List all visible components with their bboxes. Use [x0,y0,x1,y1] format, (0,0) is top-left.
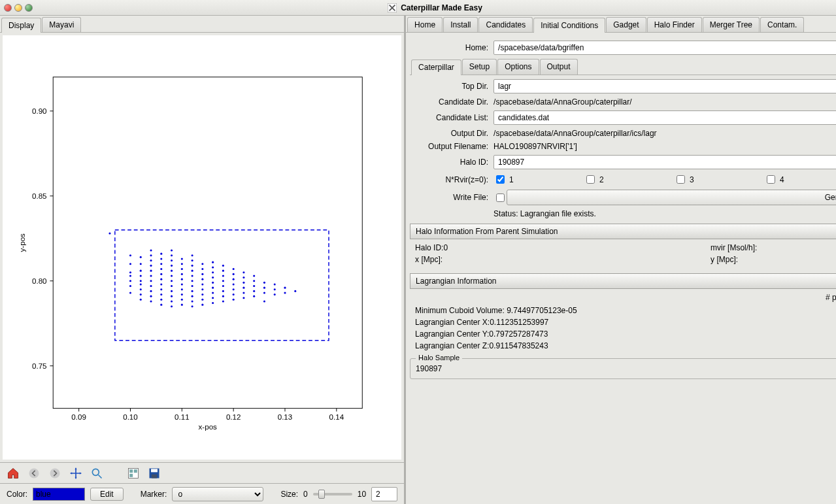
nrvir-label: N*Rvir(z=0): [410,175,488,184]
top-dir-input[interactable] [493,79,836,93]
output-dir-label: Output Dir. [410,129,488,138]
subtab-caterpillar[interactable]: Caterpillar [411,59,461,75]
svg-point-43 [150,295,152,297]
svg-point-105 [201,263,203,265]
svg-point-148 [284,292,286,294]
candidate-list-input[interactable] [493,110,836,125]
zoom-icon[interactable] [90,467,103,480]
svg-point-25 [109,232,110,234]
nrvir-check-2[interactable]: 2 [584,173,662,186]
svg-point-124 [233,294,235,295]
svg-point-133 [242,282,244,284]
save-icon[interactable] [148,467,161,480]
svg-point-80 [181,283,183,285]
halo-id-info: Halo ID:0 [415,243,703,252]
writefile-checkbox[interactable] [496,193,505,202]
x-info: x [Mpc]: [415,255,703,264]
svg-point-92 [192,275,193,277]
svg-point-56 [160,288,162,290]
svg-point-44 [150,290,152,292]
nrvir-check-1[interactable]: 1 [493,173,572,186]
svg-point-135 [242,271,244,273]
halo-info-header: Halo Information From Parent Simulation [410,224,836,239]
subtab-setup[interactable]: Setup [462,59,497,75]
subtab-options[interactable]: Options [497,59,539,75]
tab-candidates[interactable]: Candidates [478,17,533,32]
svg-point-118 [222,285,224,287]
svg-point-66 [171,295,173,297]
output-dir-value: /spacebase/data/AnnaGroup/caterpillar/ic… [493,129,836,138]
tab-gadget[interactable]: Gadget [606,17,646,32]
svg-point-79 [181,288,183,290]
svg-point-131 [242,292,244,294]
svg-point-81 [181,278,183,280]
color-swatch[interactable]: blue [33,488,85,501]
halo-sample-fieldset: Halo Sample 190897 208737 [410,358,836,379]
svg-point-106 [212,302,214,304]
marker-select[interactable]: o [172,487,263,501]
svg-point-142 [263,287,265,289]
halo-id-input[interactable] [493,155,836,169]
svg-text:0.85: 0.85 [32,192,47,200]
tab-home[interactable]: Home [407,17,443,32]
tab-contam-[interactable]: Contam. [760,17,804,32]
status-text: Status: Lagrangian file exists. [493,209,596,218]
svg-text:0.75: 0.75 [32,362,47,370]
tab-merger-tree[interactable]: Merger Tree [703,17,760,32]
svg-point-98 [201,299,203,301]
size-max-label: 10 [358,490,366,499]
size-slider[interactable] [313,493,352,496]
maximize-window-icon[interactable] [25,4,33,12]
tab-display[interactable]: Display [1,18,41,33]
svg-point-73 [171,260,173,261]
svg-point-67 [171,290,173,292]
svg-point-126 [233,283,235,285]
svg-point-109 [212,287,214,289]
nrvir-checkboxes: 123456789 [493,173,836,186]
svg-point-58 [160,278,162,280]
svg-text:0.10: 0.10 [123,413,138,421]
home-icon[interactable] [7,467,20,480]
svg-point-94 [192,265,193,267]
pan-icon[interactable] [69,467,82,480]
svg-point-54 [160,299,162,301]
close-window-icon[interactable] [4,4,12,12]
generate-button[interactable]: Generate/Plot Lagrangian Region(s) [507,190,836,205]
svg-point-48 [150,270,152,272]
svg-text:0.14: 0.14 [329,413,344,421]
svg-point-93 [192,270,193,272]
back-icon[interactable] [27,467,41,480]
output-filename-value: HALO190897NRVIR['1'] [493,142,836,151]
forward-icon[interactable] [48,467,61,480]
svg-point-138 [253,285,255,287]
subplots-icon[interactable] [127,467,140,480]
svg-point-119 [222,280,224,282]
plot-toolbar [0,462,404,483]
tab-install[interactable]: Install [443,17,478,32]
nrvir-check-3[interactable]: 3 [674,173,752,186]
edit-color-button[interactable]: Edit [90,488,124,501]
nrvir-check-4[interactable]: 4 [764,173,836,186]
minimize-window-icon[interactable] [14,4,22,12]
tab-halo-finder[interactable]: Halo Finder [647,17,702,32]
size-value-input[interactable] [371,487,397,501]
tab-initial-conditions[interactable]: Initial Conditions [533,18,605,33]
svg-point-127 [233,278,235,280]
svg-point-111 [212,277,214,278]
svg-point-46 [150,280,152,282]
x11-icon [388,3,397,12]
tab-mayavi[interactable]: Mayavi [42,17,81,32]
svg-point-50 [150,260,152,261]
svg-point-70 [171,275,173,277]
svg-point-102 [201,278,203,280]
svg-point-144 [263,300,265,302]
svg-point-53 [160,304,162,306]
svg-point-120 [222,275,224,277]
svg-point-85 [181,258,183,260]
home-input[interactable] [493,41,836,55]
color-label: Color: [7,490,27,499]
svg-point-39 [140,256,142,258]
lag-cy: Lagrangian Center Y:0.797257287473 [415,329,836,339]
svg-point-63 [160,253,162,255]
subtab-output[interactable]: Output [540,59,578,75]
